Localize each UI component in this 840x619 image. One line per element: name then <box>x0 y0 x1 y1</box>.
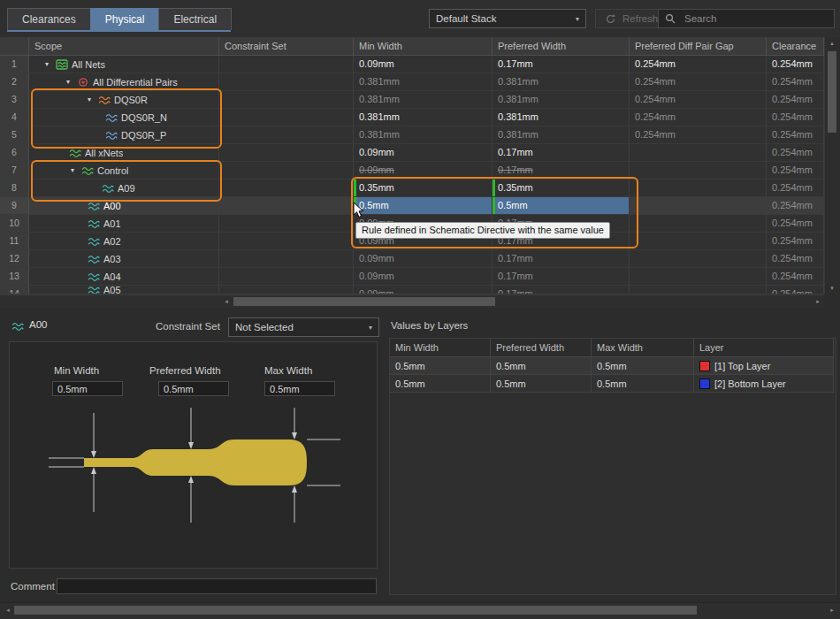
clearance-cell[interactable]: 0.254mm <box>767 180 824 197</box>
scope-cell[interactable]: ▾ All Nets <box>29 56 219 73</box>
preferred-width-cell[interactable]: 0.381mm <box>493 73 630 91</box>
tab-physical[interactable]: Physical <box>90 8 160 30</box>
search-input[interactable] <box>683 12 828 25</box>
scroll-right-arrow[interactable]: ▸ <box>812 295 824 308</box>
constraint-set-header[interactable]: Constraint Set <box>219 37 354 56</box>
bottom-horizontal-scrollbar[interactable]: ◂ ▸ <box>0 602 840 618</box>
scope-cell[interactable]: DQS0R_N <box>29 109 219 126</box>
scope-header[interactable]: Scope <box>29 37 219 56</box>
preferred-width-cell[interactable]: 0.381mm <box>493 126 630 144</box>
preferred-width-cell[interactable]: 0.5mm <box>493 197 630 215</box>
max-width-input[interactable] <box>264 381 335 396</box>
min-width-cell[interactable]: 0.381mm <box>354 73 493 91</box>
layer-name-cell[interactable]: [2] Bottom Layer <box>694 375 834 393</box>
constraint-set-cell[interactable] <box>219 162 354 180</box>
clearance-cell[interactable]: 0.254mm <box>767 233 824 250</box>
scope-cell[interactable]: ▾ DQS0R <box>29 91 219 109</box>
layer-min-width-cell[interactable]: 0.5mm <box>390 357 491 375</box>
scroll-left-arrow[interactable]: ◂ <box>2 603 14 617</box>
constraint-set-cell[interactable] <box>219 180 354 197</box>
clearance-cell[interactable]: 0.254mm <box>767 56 824 73</box>
table-row[interactable]: 8 A09 0.35mm 0.35mm 0.254mm <box>0 180 824 197</box>
constraint-set-cell[interactable] <box>219 250 354 268</box>
diff-gap-cell[interactable] <box>630 197 767 215</box>
table-row[interactable]: 2 ▾ All Differential Pairs 0.381mm 0.381… <box>0 73 824 91</box>
min-width-cell[interactable]: 0.09mm <box>354 56 493 73</box>
layer-name-cell[interactable]: [1] Top Layer <box>694 357 834 375</box>
diff-gap-cell[interactable] <box>630 268 767 286</box>
bottom-scroll-thumb[interactable] <box>14 606 697 615</box>
scope-cell[interactable]: A09 <box>29 180 219 197</box>
constraint-set-cell[interactable] <box>219 286 354 294</box>
diff-gap-cell[interactable]: 0.254mm <box>630 73 767 91</box>
scope-cell[interactable]: A02 <box>29 233 219 250</box>
clearance-cell[interactable]: 0.254mm <box>767 197 824 215</box>
layer-min-width-cell[interactable]: 0.5mm <box>390 375 491 393</box>
clearance-cell[interactable]: 0.254mm <box>767 91 824 109</box>
expander-icon[interactable]: ▾ <box>63 78 73 86</box>
table-row[interactable]: 6 All xNets 0.09mm 0.17mm 0.254mm <box>0 144 824 162</box>
scope-cell[interactable]: A00 <box>29 197 219 215</box>
constraint-set-cell[interactable] <box>219 268 354 286</box>
expander-icon[interactable]: ▾ <box>84 96 95 103</box>
table-row[interactable]: 3 ▾ DQS0R 0.381mm 0.381mm 0.254mm 0.254m… <box>0 91 824 109</box>
tab-electrical[interactable]: Electrical <box>158 8 232 30</box>
layer-max-width-cell[interactable]: 0.5mm <box>592 375 694 393</box>
clearance-cell[interactable]: 0.254mm <box>767 268 824 286</box>
table-row[interactable]: 4 DQS0R_N 0.381mm 0.381mm 0.254mm 0.254m… <box>0 109 824 126</box>
min-width-cell[interactable]: 0.5mm <box>354 197 493 215</box>
constraint-set-cell[interactable] <box>219 144 354 162</box>
diff-gap-cell[interactable] <box>630 286 767 294</box>
scroll-down-arrow[interactable]: ▾ <box>825 283 839 294</box>
expander-icon[interactable]: ▾ <box>42 60 52 68</box>
vertical-scroll-thumb[interactable] <box>828 51 836 133</box>
table-row[interactable]: 7 ▾ Control 0.09mm 0.17mm 0.254mm <box>0 162 824 180</box>
diff-gap-cell[interactable] <box>630 162 767 180</box>
layer-max-width-cell[interactable]: 0.5mm <box>592 357 694 375</box>
diff-gap-cell[interactable]: 0.254mm <box>630 56 767 73</box>
preferred-width-cell[interactable]: 0.17mm <box>493 250 630 268</box>
stack-dropdown[interactable]: Default Stack ▾ <box>429 9 586 28</box>
table-row[interactable]: 13 A04 0.09mm 0.17mm 0.254mm <box>0 268 824 286</box>
preferred-width-cell[interactable]: 0.17mm <box>493 268 630 286</box>
scope-cell[interactable]: A04 <box>29 268 219 286</box>
min-width-cell[interactable]: 0.381mm <box>354 91 493 109</box>
diff-gap-cell[interactable]: 0.254mm <box>630 109 767 126</box>
layers-layer-header[interactable]: Layer <box>694 339 834 357</box>
min-width-cell[interactable]: 0.09mm <box>354 268 493 286</box>
min-width-cell[interactable]: 0.381mm <box>354 109 493 126</box>
preferred-width-cell[interactable]: 0.17mm <box>493 144 630 162</box>
clearance-header[interactable]: Clearance <box>767 37 824 56</box>
diff-gap-cell[interactable]: 0.254mm <box>630 126 767 144</box>
table-row-selected[interactable]: 9 A00 0.5mm 0.5mm 0.254mm <box>0 197 824 215</box>
preferred-width-cell[interactable]: 0.381mm <box>493 109 630 126</box>
min-width-header[interactable]: Min Width <box>354 37 493 56</box>
constraint-set-cell[interactable] <box>219 91 354 109</box>
constraint-set-cell[interactable] <box>219 233 354 250</box>
diff-gap-cell[interactable] <box>630 233 767 250</box>
constraint-set-cell[interactable] <box>219 197 354 215</box>
clearance-cell[interactable]: 0.254mm <box>767 109 824 126</box>
scope-cell[interactable]: DQS0R_P <box>29 126 219 144</box>
clearance-cell[interactable]: 0.254mm <box>767 144 824 162</box>
constraint-set-cell[interactable] <box>219 73 354 91</box>
diff-gap-cell[interactable] <box>630 215 767 233</box>
scope-cell[interactable]: A03 <box>29 250 219 268</box>
diff-gap-header[interactable]: Preferred Diff Pair Gap <box>630 37 767 56</box>
clearance-cell[interactable]: 0.254mm <box>767 162 824 180</box>
scope-cell[interactable]: A05 <box>29 286 219 294</box>
table-row[interactable]: 12 A03 0.09mm 0.17mm 0.254mm <box>0 250 824 268</box>
comment-input[interactable] <box>57 578 377 594</box>
scope-cell[interactable]: ▾ All Differential Pairs <box>29 73 219 91</box>
diff-gap-cell[interactable] <box>630 180 767 197</box>
min-width-cell[interactable]: 0.35mm <box>354 180 493 197</box>
constraint-set-cell[interactable] <box>219 126 354 144</box>
preferred-width-cell[interactable]: 0.381mm <box>493 91 630 109</box>
min-width-cell[interactable]: 0.09mm <box>354 286 493 294</box>
layers-min-width-header[interactable]: Min Width <box>390 339 491 357</box>
constraint-set-cell[interactable] <box>219 109 354 126</box>
preferred-width-input[interactable] <box>158 381 229 396</box>
scroll-right-arrow[interactable]: ▸ <box>826 603 838 617</box>
constraint-set-cell[interactable] <box>219 215 354 233</box>
table-row[interactable]: 1 ▾ All Nets 0.09mm 0.17mm 0.254mm 0.254… <box>0 56 824 73</box>
